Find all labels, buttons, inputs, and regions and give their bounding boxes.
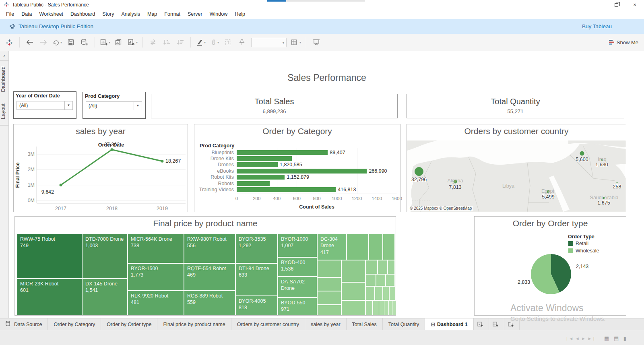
sheet-tab-order-by-category[interactable]: Order by Category bbox=[48, 318, 101, 330]
redo-button[interactable]: ▾ bbox=[51, 36, 63, 49]
treemap-cell[interactable] bbox=[386, 274, 395, 286]
bar-blueprints[interactable] bbox=[237, 150, 328, 155]
clear-sheet-button[interactable]: ▾ bbox=[126, 36, 138, 49]
treemap-cell[interactable] bbox=[341, 282, 365, 300]
new-worksheet-button[interactable]: ▾ bbox=[99, 36, 111, 49]
bar-robots[interactable] bbox=[237, 181, 270, 186]
treemap-cell-rqte-554-robot[interactable]: RQTE-554 Robot469 bbox=[184, 263, 235, 291]
treemap-cell[interactable] bbox=[365, 300, 373, 315]
treemap-cell[interactable] bbox=[365, 274, 376, 286]
expand-pane-button[interactable]: › bbox=[0, 51, 8, 61]
treemap-cell-rlk-9920-robot[interactable]: RLK-9920 Robot481 bbox=[128, 291, 184, 315]
treemap-cell-rxw-9807-robot[interactable]: RXW-9807 Robot556 bbox=[184, 234, 235, 263]
treemap-cell-byod-550[interactable]: BYOD-550971 bbox=[278, 297, 317, 315]
sheet-tab-data-source[interactable]: Data Source bbox=[0, 318, 48, 330]
pane-tab-dashboard[interactable]: Dashboard bbox=[0, 61, 9, 98]
format-links-button[interactable]: ▾ bbox=[208, 36, 221, 49]
view-mode-toggles[interactable]: ▦ ▤ ▮ bbox=[604, 335, 628, 341]
menu-item-help[interactable]: Help bbox=[231, 10, 249, 19]
text-annotation-button[interactable] bbox=[222, 36, 234, 49]
treemap-cell-dx-145-drone[interactable]: DX-145 Drone1,541 bbox=[82, 279, 128, 315]
sheet-tab-total-quantity[interactable]: Total Quantity bbox=[383, 318, 425, 330]
menu-item-analysis[interactable]: Analysis bbox=[118, 10, 144, 19]
menu-item-data[interactable]: Data bbox=[18, 10, 35, 19]
bar-drone-kits[interactable] bbox=[237, 156, 292, 161]
pane-tab-layout[interactable]: Layout bbox=[0, 98, 9, 125]
menu-item-worksheet[interactable]: Worksheet bbox=[36, 10, 67, 19]
sheet-tab-final-price-by-product-name[interactable]: Final price by product name bbox=[157, 318, 231, 330]
line-point-2017[interactable] bbox=[60, 184, 62, 186]
new-data-source-button[interactable] bbox=[78, 36, 91, 49]
treemap-cell[interactable] bbox=[383, 234, 395, 260]
show-me-button[interactable]: Show Me bbox=[609, 34, 638, 51]
forward-button[interactable] bbox=[37, 36, 50, 49]
tableau-home-button[interactable] bbox=[3, 36, 15, 49]
map-view[interactable]: AlgeriaLibyaEgyptIraqSaudi Arabia32,7967… bbox=[407, 140, 626, 212]
treemap-cell-micr-23k-robot[interactable]: MICR-23K Robot601 bbox=[17, 279, 82, 315]
cell-size-button[interactable]: ▾ bbox=[290, 36, 302, 49]
legend-item-wholesale[interactable]: Wholesale bbox=[568, 248, 599, 254]
treemap-cell-rcb-889-robot[interactable]: RCB-889 Robot559 bbox=[184, 291, 235, 315]
treemap-cell-byod-400[interactable]: BYOD-4001,536 bbox=[278, 257, 317, 277]
sheet-tab-total-sales[interactable]: Total Sales bbox=[347, 318, 383, 330]
presentation-mode-button[interactable] bbox=[310, 36, 322, 49]
treemap-cell[interactable] bbox=[392, 300, 396, 315]
sales-line[interactable] bbox=[61, 150, 162, 185]
treemap-cell-byor-3535[interactable]: BYOR-35351,292 bbox=[235, 234, 278, 263]
menu-item-map[interactable]: Map bbox=[144, 10, 161, 19]
treemap-cell-dtd-7000-drone[interactable]: DTD-7000 Drone1,003 bbox=[82, 234, 128, 279]
treemap-cell[interactable] bbox=[317, 291, 341, 305]
menu-item-server[interactable]: Server bbox=[184, 10, 206, 19]
bar-training-videos[interactable] bbox=[237, 187, 336, 192]
treemap-cell[interactable] bbox=[388, 260, 395, 274]
sheet-tab-order-by-order-type[interactable]: Order by Order type bbox=[101, 318, 157, 330]
treemap-cell[interactable] bbox=[383, 286, 389, 300]
treemap-cell-da-sa702-drone[interactable]: DA-SA702 Drone bbox=[278, 277, 317, 297]
restore-button[interactable] bbox=[607, 0, 625, 10]
treemap-cell-byor-4005[interactable]: BYOR-4005818 bbox=[235, 296, 278, 315]
filter-category-dropdown[interactable]: (All) ▼ bbox=[86, 101, 142, 110]
bar-robot-kits[interactable] bbox=[237, 175, 285, 180]
pin-button[interactable] bbox=[236, 36, 248, 49]
bar-ebooks[interactable] bbox=[237, 169, 367, 174]
sheet-tab-orders-by-customer-country[interactable]: Orders by customer country bbox=[231, 318, 305, 330]
treemap-cell-byor-1500[interactable]: BYOR-15001,773 bbox=[128, 263, 184, 291]
treemap-cell[interactable] bbox=[317, 305, 341, 315]
treemap-cell[interactable] bbox=[376, 274, 386, 286]
filter-year-dropdown[interactable]: (All) ▼ bbox=[17, 101, 73, 110]
sheet-tab-dashboard-1[interactable]: ⊞Dashboard 1 bbox=[425, 318, 474, 330]
treemap-cell-byor-1000[interactable]: BYOR-10001,007 bbox=[278, 234, 317, 257]
treemap-cell[interactable] bbox=[347, 234, 369, 260]
menu-item-file[interactable]: File bbox=[2, 10, 18, 19]
new-worksheet-tab-button[interactable]: a bbox=[474, 318, 489, 330]
minimize-button[interactable]: – bbox=[588, 0, 607, 10]
treemap-cell-dc-304-drone[interactable]: DC-304 Drone417 bbox=[317, 234, 347, 260]
treemap-cell[interactable] bbox=[341, 260, 365, 282]
menu-item-story[interactable]: Story bbox=[99, 10, 118, 19]
legend-item-retail[interactable]: Retail bbox=[568, 241, 588, 246]
treemap-cell[interactable] bbox=[341, 300, 365, 315]
swap-rows-columns-button[interactable] bbox=[147, 36, 159, 49]
save-button[interactable] bbox=[65, 36, 77, 49]
sort-descending-button[interactable] bbox=[174, 36, 186, 49]
sheet-tab-sales-by-year[interactable]: sales by year bbox=[305, 318, 347, 330]
treemap-cell[interactable] bbox=[389, 286, 396, 300]
highlight-button[interactable]: ▾ bbox=[195, 36, 207, 49]
menu-item-window[interactable]: Window bbox=[206, 10, 231, 19]
fit-dropdown[interactable]: ▾ bbox=[251, 38, 287, 47]
back-button[interactable] bbox=[24, 36, 36, 49]
treemap-cell[interactable] bbox=[369, 234, 383, 260]
line-point-2018[interactable] bbox=[111, 148, 114, 151]
buy-tableau-link[interactable]: Buy Tableau bbox=[582, 19, 612, 34]
treemap-cell[interactable] bbox=[365, 260, 378, 274]
treemap-cell[interactable] bbox=[317, 260, 341, 277]
treemap-cell[interactable] bbox=[375, 286, 383, 300]
line-point-2019[interactable] bbox=[161, 160, 164, 163]
treemap-cell[interactable] bbox=[373, 300, 379, 315]
treemap-cell[interactable] bbox=[378, 260, 388, 274]
sheet-pager-controls[interactable]: ❘◀ ◀ ▶ ▶❘ bbox=[566, 337, 597, 341]
new-dashboard-tab-button[interactable] bbox=[489, 318, 504, 330]
bar-drones[interactable] bbox=[237, 162, 278, 167]
treemap-cell[interactable] bbox=[365, 286, 375, 300]
treemap-cell-rww-75-robot[interactable]: RWW-75 Robot749 bbox=[17, 234, 82, 279]
